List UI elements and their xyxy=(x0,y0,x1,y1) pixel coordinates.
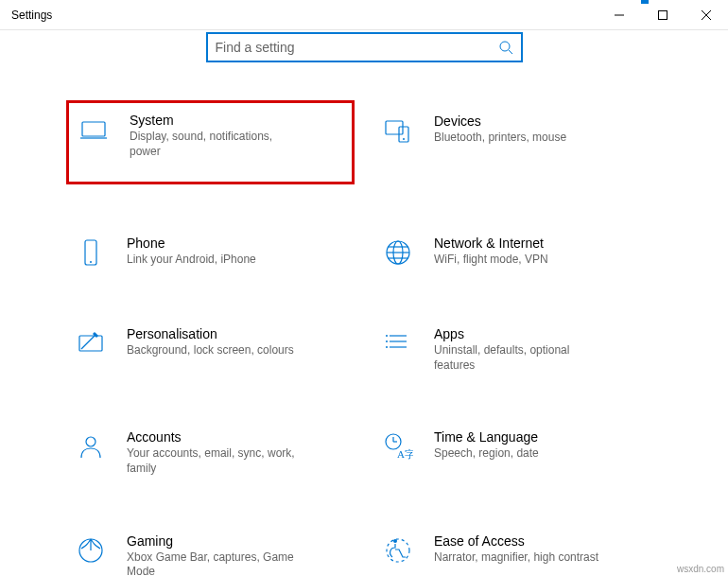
close-button[interactable] xyxy=(685,0,728,29)
tile-desc: Link your Android, iPhone xyxy=(127,253,256,268)
tile-title: Gaming xyxy=(127,533,297,549)
svg-rect-6 xyxy=(82,122,105,136)
tile-network[interactable]: Network & Internet WiFi, flight mode, VP… xyxy=(373,230,662,275)
time-language-icon: A字 xyxy=(381,429,415,463)
tile-title: Accounts xyxy=(127,429,297,445)
tile-desc: Speech, region, date xyxy=(434,446,539,462)
svg-point-32 xyxy=(393,539,397,543)
search-container xyxy=(0,32,728,62)
svg-rect-18 xyxy=(79,336,102,351)
tile-desc: WiFi, flight mode, VPN xyxy=(434,253,548,268)
watermark: wsxdn.com xyxy=(677,564,724,574)
svg-text:A字: A字 xyxy=(397,448,413,460)
titlebar: Settings xyxy=(0,0,728,30)
svg-point-12 xyxy=(90,261,92,263)
tile-gaming[interactable]: Gaming Xbox Game Bar, captures, Game Mod… xyxy=(66,528,355,576)
svg-point-22 xyxy=(386,335,388,337)
tile-title: System xyxy=(130,113,300,128)
tile-title: Phone xyxy=(127,236,256,251)
tile-title: Personalisation xyxy=(127,326,294,341)
minimize-icon xyxy=(615,10,624,20)
accounts-icon xyxy=(74,429,108,463)
svg-line-5 xyxy=(509,50,512,54)
svg-point-10 xyxy=(403,138,405,140)
personalisation-icon xyxy=(74,326,108,360)
tile-desc: Uninstall, defaults, optional features xyxy=(434,343,604,373)
ease-of-access-icon xyxy=(381,533,415,567)
maximize-button[interactable] xyxy=(641,0,685,29)
tile-ease[interactable]: Ease of Access Narrator, magnifier, high… xyxy=(373,528,662,576)
search-box[interactable] xyxy=(206,32,523,62)
tile-title: Apps xyxy=(434,326,604,341)
tile-title: Time & Language xyxy=(434,429,539,445)
gaming-icon xyxy=(74,533,108,567)
tile-desc: Your accounts, email, sync, work, family xyxy=(127,446,297,476)
tile-title: Network & Internet xyxy=(434,236,548,251)
tile-desc: Background, lock screen, colours xyxy=(127,343,294,358)
tile-apps[interactable]: Apps Uninstall, defaults, optional featu… xyxy=(373,321,662,378)
tile-desc: Narrator, magnifier, high contrast xyxy=(434,550,598,566)
devices-icon xyxy=(381,113,415,148)
svg-point-4 xyxy=(500,42,510,51)
svg-rect-8 xyxy=(386,121,403,134)
minimize-button[interactable] xyxy=(598,0,641,29)
svg-point-25 xyxy=(86,437,95,446)
close-icon xyxy=(702,10,711,20)
svg-rect-1 xyxy=(659,10,667,19)
tile-time[interactable]: A字 Time & Language Speech, region, date xyxy=(373,424,662,481)
accent-bar xyxy=(641,0,649,4)
tile-title: Devices xyxy=(434,113,566,129)
tile-devices[interactable]: Devices Bluetooth, printers, mouse xyxy=(373,108,662,184)
window-controls xyxy=(598,0,728,29)
tile-personalisation[interactable]: Personalisation Background, lock screen,… xyxy=(66,321,355,378)
svg-point-23 xyxy=(386,340,388,342)
tile-system[interactable]: System Display, sound, notifications, po… xyxy=(66,100,355,184)
search-icon xyxy=(498,40,513,55)
svg-point-24 xyxy=(386,346,388,348)
settings-home: System Display, sound, notifications, po… xyxy=(0,32,728,576)
tile-title: Ease of Access xyxy=(434,533,598,549)
system-icon xyxy=(77,113,111,147)
search-input[interactable] xyxy=(216,40,498,55)
window-title: Settings xyxy=(11,9,52,22)
tile-accounts[interactable]: Accounts Your accounts, email, sync, wor… xyxy=(66,424,355,481)
network-icon xyxy=(381,236,415,270)
settings-grid: System Display, sound, notifications, po… xyxy=(0,62,728,576)
maximize-icon xyxy=(658,10,667,20)
tile-desc: Display, sound, notifications, power xyxy=(130,130,300,159)
phone-icon xyxy=(74,236,108,270)
tile-desc: Bluetooth, printers, mouse xyxy=(434,131,566,146)
tile-desc: Xbox Game Bar, captures, Game Mode xyxy=(127,550,297,576)
tile-phone[interactable]: Phone Link your Android, iPhone xyxy=(66,230,355,275)
apps-icon xyxy=(381,326,415,360)
